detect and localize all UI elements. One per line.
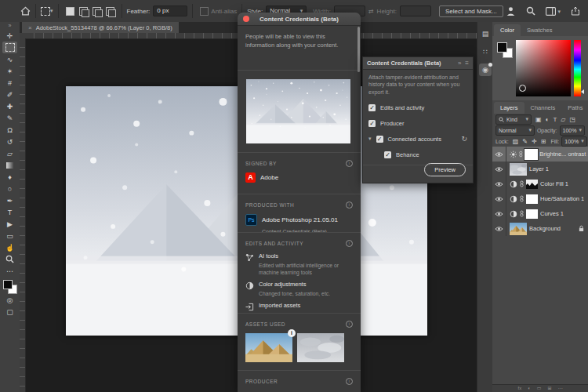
edits-activity-option[interactable]: Edits and activity — [363, 100, 473, 115]
layer-mask-thumbnail[interactable] — [526, 194, 538, 204]
scrollbar-thumb[interactable] — [358, 27, 360, 72]
new-selection-button[interactable] — [66, 7, 74, 16]
anti-alias-checkbox[interactable] — [200, 7, 209, 16]
select-and-mask-button[interactable]: Select and Mask... — [439, 5, 503, 17]
layer-name[interactable]: Background — [529, 225, 561, 232]
foreground-color-swatch[interactable] — [3, 280, 13, 289]
layer-name[interactable]: Curves 1 — [540, 210, 564, 217]
collapse-toolbar-icon[interactable]: » — [9, 22, 12, 30]
layer-mask-thumbnail[interactable] — [526, 180, 538, 189]
intersect-selection-button[interactable] — [106, 7, 114, 16]
connected-accounts-option[interactable]: ▾ Connected accounts ↻ — [363, 131, 473, 147]
tab-color[interactable]: Color — [494, 24, 521, 36]
blur-tool[interactable]: ♦ — [2, 171, 17, 183]
layer-name[interactable]: Layer 1 — [529, 165, 549, 172]
checkbox-checked-icon[interactable] — [368, 120, 376, 127]
adjustments-panel-icon[interactable]: ∷ — [479, 45, 492, 58]
layer-row-color-fill[interactable]: Color Fill 1 — [492, 176, 588, 191]
window-titlebar[interactable]: Content Credentials (Beta) — [238, 13, 361, 26]
tab-channels[interactable]: Channels — [524, 102, 562, 114]
foreground-background-colors[interactable] — [497, 42, 514, 60]
layer-row-brightness-contrast[interactable]: Brightne... ontrast 1 — [492, 147, 588, 162]
shape-tool[interactable]: ▭ — [2, 230, 17, 241]
mask-link-icon[interactable] — [520, 210, 524, 217]
layer-thumbnail[interactable] — [510, 163, 527, 176]
edit-toolbar-button[interactable]: ⋯ — [2, 265, 17, 277]
visibility-eye-icon[interactable] — [495, 211, 503, 217]
lock-transparency-icon[interactable]: ▨ — [513, 138, 519, 145]
workspace-switcher[interactable]: ▾ — [546, 7, 561, 16]
add-selection-button[interactable] — [79, 7, 88, 16]
gradient-tool[interactable] — [2, 159, 17, 171]
info-icon[interactable] — [346, 378, 353, 385]
quick-selection-tool[interactable]: ✶ — [2, 65, 17, 77]
rectangular-marquee-tool[interactable] — [2, 42, 17, 53]
hue-slider-handle[interactable] — [581, 89, 584, 94]
document-tab[interactable]: × AdobeStock_55134478 @ 66.67% (Layer 0,… — [22, 22, 179, 33]
share-profile-icon[interactable] — [506, 6, 516, 16]
layer-mask-thumbnail[interactable] — [526, 209, 538, 219]
move-tool[interactable]: ✛ — [2, 30, 17, 42]
asset-thumbnail-desert[interactable]: i — [245, 333, 292, 362]
feather-input[interactable]: 0 px — [153, 5, 187, 16]
quick-mask-button[interactable]: ◎ — [2, 294, 17, 306]
type-tool[interactable]: T — [2, 206, 17, 218]
filter-adjustment-icon[interactable]: ◐ — [546, 116, 550, 123]
filter-smart-object-icon[interactable]: ◳ — [569, 116, 575, 123]
filter-shape-icon[interactable]: ▱ — [561, 116, 565, 123]
lock-paint-icon[interactable]: ✎ — [522, 138, 528, 145]
visibility-eye-icon[interactable] — [495, 151, 503, 158]
lasso-tool[interactable]: ∿ — [2, 53, 17, 65]
foreground-background-colors[interactable] — [3, 280, 17, 294]
subtract-selection-button[interactable] — [93, 7, 101, 16]
opacity-select[interactable]: 100% ▾ — [560, 125, 585, 136]
history-brush-tool[interactable]: ↺ — [2, 136, 17, 147]
fill-select[interactable]: 100% ▾ — [561, 136, 586, 147]
properties-panel-icon[interactable]: ▤ — [479, 27, 492, 40]
layer-row-curves[interactable]: Curves 1 — [492, 206, 588, 221]
info-icon[interactable] — [346, 201, 353, 209]
foreground-color-swatch[interactable] — [497, 42, 507, 53]
eyedropper-tool[interactable]: ✐ — [2, 89, 17, 100]
content-credentials-panel-icon[interactable]: ◉ — [479, 64, 492, 76]
layer-thumbnail[interactable] — [510, 223, 527, 235]
eraser-tool[interactable]: ▱ — [2, 147, 17, 159]
hand-tool[interactable]: ☝ — [2, 241, 17, 253]
saturation-brightness-field[interactable] — [516, 40, 571, 96]
healing-brush-tool[interactable]: ✚ — [2, 100, 17, 112]
lock-artboard-icon[interactable]: ⊞ — [541, 138, 546, 145]
visibility-eye-icon[interactable] — [495, 226, 503, 232]
pen-tool[interactable]: ✒ — [2, 194, 17, 206]
path-selection-tool[interactable]: ▶ — [2, 218, 17, 230]
lock-move-icon[interactable]: ✛ — [532, 138, 537, 145]
panel-header[interactable]: Content Credentials (Beta) » ≡ — [363, 57, 473, 70]
tab-paths[interactable]: Paths — [561, 102, 588, 114]
fx-icon[interactable]: fx — [518, 385, 522, 392]
checkbox-checked-icon[interactable] — [384, 151, 391, 158]
visibility-eye-icon[interactable] — [495, 181, 503, 187]
close-window-button[interactable] — [243, 16, 249, 22]
more-icon[interactable]: ⋯ — [558, 385, 563, 392]
mask-link-icon[interactable] — [519, 151, 523, 158]
chevron-down-icon[interactable]: ▾ — [50, 8, 53, 14]
mask-link-icon[interactable] — [520, 195, 524, 202]
behance-option[interactable]: Behance — [363, 147, 473, 162]
hue-slider[interactable] — [574, 40, 581, 96]
tab-swatches[interactable]: Swatches — [521, 24, 559, 36]
chevron-down-icon[interactable]: ▾ — [368, 136, 372, 142]
mask-icon[interactable]: ▭ — [537, 385, 542, 392]
refresh-icon[interactable]: ↻ — [461, 135, 467, 143]
info-icon[interactable] — [346, 240, 353, 247]
collapse-panel-icon[interactable]: » — [458, 60, 461, 67]
info-icon[interactable] — [346, 160, 353, 167]
blend-mode-select[interactable]: Normal ▾ — [495, 125, 535, 136]
dodge-tool[interactable]: ○ — [2, 183, 17, 194]
home-icon[interactable] — [20, 6, 31, 16]
layer-row-hue-saturation[interactable]: Hue/Saturation 1 — [492, 191, 588, 206]
clone-stamp-tool[interactable]: Ω — [2, 124, 17, 136]
share-icon[interactable] — [571, 6, 580, 16]
checkbox-checked-icon[interactable] — [368, 104, 376, 111]
search-icon[interactable] — [526, 6, 535, 16]
filter-pixel-icon[interactable]: ▣ — [535, 116, 542, 123]
screen-mode-button[interactable]: ▢ — [2, 306, 17, 318]
